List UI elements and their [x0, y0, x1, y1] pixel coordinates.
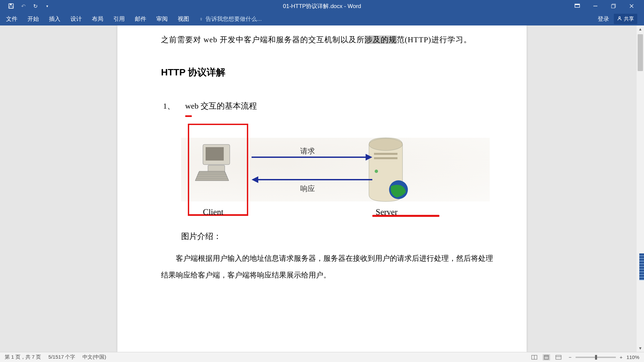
- view-mode-switcher: [531, 354, 562, 360]
- share-label: 共享: [624, 16, 634, 22]
- scrollbar-thumb[interactable]: [638, 34, 643, 71]
- side-tab-indicator[interactable]: [639, 253, 644, 280]
- svg-rect-1: [10, 4, 12, 5]
- save-icon[interactable]: [8, 3, 14, 9]
- response-label: 响应: [300, 181, 315, 197]
- quick-access-toolbar: ↶ ↻ ▾: [8, 3, 50, 9]
- selected-text: 涉及的规: [365, 36, 397, 44]
- page-info[interactable]: 第 1 页，共 7 页: [5, 354, 41, 360]
- client-computer-icon: [191, 141, 241, 195]
- minimize-icon[interactable]: [592, 3, 598, 9]
- svg-rect-12: [206, 147, 224, 161]
- heading-http: HTTP 协议详解: [161, 62, 493, 83]
- qat-customize-icon[interactable]: ▾: [44, 3, 50, 9]
- tell-me-placeholder: 告诉我您想要做什么...: [206, 15, 262, 23]
- intro-text-after: 范(HTTP)进行学习。: [397, 36, 472, 44]
- zoom-track[interactable]: [576, 357, 616, 358]
- svg-rect-7: [611, 5, 615, 8]
- zoom-in-button[interactable]: +: [619, 355, 624, 360]
- share-icon: [617, 16, 622, 22]
- server-annotation-underline: [372, 215, 439, 217]
- section-title: web 交互的基本流程: [185, 102, 257, 110]
- print-layout-icon[interactable]: [543, 354, 550, 360]
- client-label: Client: [203, 203, 223, 221]
- share-button[interactable]: 共享: [614, 14, 637, 24]
- scroll-up-icon[interactable]: ▲: [637, 25, 644, 33]
- svg-point-22: [375, 170, 378, 173]
- ribbon-display-options-icon[interactable]: [574, 3, 580, 9]
- restore-icon[interactable]: [610, 3, 616, 9]
- tab-view[interactable]: 视图: [178, 15, 189, 23]
- svg-rect-21: [374, 157, 397, 159]
- spell-error-underline: [185, 115, 192, 117]
- window-controls: [574, 3, 635, 9]
- tell-me-search[interactable]: ♀ 告诉我您想要做什么...: [199, 15, 262, 23]
- tab-references[interactable]: 引用: [113, 15, 125, 23]
- server-label: Server: [376, 203, 397, 221]
- language[interactable]: 中文(中国): [83, 354, 106, 360]
- zoom-knob[interactable]: [595, 355, 597, 360]
- section-number: 1、: [163, 97, 175, 115]
- ribbon-tabs: 文件 开始 插入 设计 布局 引用 邮件 审阅 视图 ♀ 告诉我您想要做什么..…: [0, 12, 644, 25]
- document-title: 01-HTTP协议详解.docx - Word: [283, 2, 361, 10]
- zoom-out-button[interactable]: −: [568, 355, 573, 360]
- svg-rect-20: [374, 153, 397, 155]
- tab-design[interactable]: 设计: [70, 15, 82, 23]
- client-server-diagram: 请求 响应 Client Server: [161, 121, 493, 222]
- tab-layout[interactable]: 布局: [92, 15, 103, 23]
- subheading-image-intro: 图片介绍：: [181, 228, 493, 245]
- svg-point-10: [619, 16, 621, 18]
- body-paragraph: 客户端根据用户输入的地址信息请求服务器，服务器在接收到用户的请求后进行处理，然后…: [161, 250, 493, 284]
- intro-text-before: 之前需要对 web 开发中客户端和服务器的交互机制以及所: [161, 36, 365, 44]
- zoom-slider: − + 110%: [568, 354, 639, 360]
- svg-rect-2: [9, 6, 13, 8]
- tab-file[interactable]: 文件: [6, 15, 17, 23]
- titlebar: ↶ ↻ ▾ 01-HTTP协议详解.docx - Word: [0, 0, 644, 12]
- request-label: 请求: [300, 143, 315, 159]
- server-tower-icon: [359, 134, 416, 205]
- section-1-heading: 1、 web 交互的基本流程: [161, 97, 493, 115]
- svg-rect-4: [575, 4, 580, 5]
- page: 之前需要对 web 开发中客户端和服务器的交互机制以及所涉及的规范(HTTP)进…: [117, 25, 527, 352]
- svg-marker-14: [195, 171, 229, 181]
- tab-review[interactable]: 审阅: [156, 15, 168, 23]
- scroll-down-icon[interactable]: ▼: [637, 345, 644, 352]
- read-mode-icon[interactable]: [531, 354, 538, 360]
- svg-point-19: [369, 138, 402, 150]
- zoom-level[interactable]: 110%: [627, 354, 639, 360]
- login-button[interactable]: 登录: [598, 15, 609, 23]
- web-layout-icon[interactable]: [555, 354, 562, 360]
- document-canvas[interactable]: 之前需要对 web 开发中客户端和服务器的交互机制以及所涉及的规范(HTTP)进…: [0, 25, 644, 352]
- statusbar: 第 1 页，共 7 页 5/1517 个字 中文(中国) − + 110%: [0, 352, 644, 362]
- undo-icon[interactable]: ↶: [20, 3, 26, 9]
- vertical-scrollbar[interactable]: ▲ ▼: [637, 25, 644, 352]
- close-icon[interactable]: [629, 3, 635, 9]
- tab-home[interactable]: 开始: [28, 15, 39, 23]
- svg-rect-28: [556, 355, 561, 359]
- svg-rect-26: [544, 355, 548, 359]
- bulb-icon: ♀: [199, 16, 203, 22]
- tab-mailings[interactable]: 邮件: [135, 15, 146, 23]
- tab-insert[interactable]: 插入: [49, 15, 60, 23]
- intro-paragraph: 之前需要对 web 开发中客户端和服务器的交互机制以及所涉及的规范(HTTP)进…: [161, 32, 493, 49]
- word-count[interactable]: 5/1517 个字: [48, 354, 75, 360]
- redo-icon[interactable]: ↻: [32, 3, 38, 9]
